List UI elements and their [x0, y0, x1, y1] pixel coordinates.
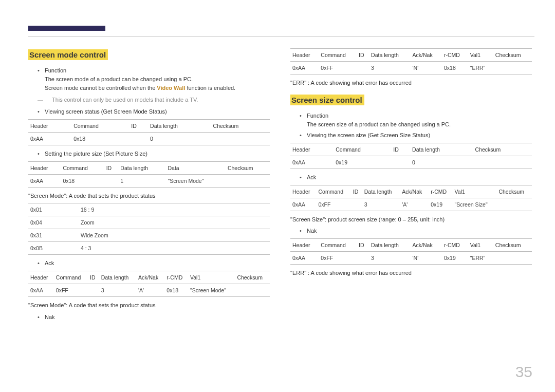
bullet-set-picture-size: Setting the picture size (Set Picture Si… — [38, 150, 270, 158]
document-page: Screen mode control Function The screen … — [0, 0, 555, 392]
caption-screen-mode-codes: "Screen Mode": A code that sets the prod… — [28, 192, 270, 200]
bullet-ack-size: Ack — [300, 173, 532, 182]
bullet-function: Function The screen mode of a product ca… — [38, 66, 270, 92]
caption-screen-mode-codes-2: "Screen Mode": A code that sets the prod… — [28, 301, 270, 310]
label-function: Function — [45, 67, 66, 73]
table-ack-screen-mode: Header Command ID Data length Ack/Nak r-… — [28, 271, 270, 297]
table-nak-screen-mode: Header Command ID Data length Ack/Nak r-… — [290, 48, 532, 74]
label-function-size: Function — [307, 113, 328, 119]
right-column: Header Command ID Data length Ack/Nak r-… — [290, 45, 532, 325]
caption-err-1: "ERR" : A code showing what error has oc… — [290, 79, 532, 87]
table-nak-screen-size: Header Command ID Data length Ack/Nak r-… — [290, 238, 532, 265]
left-column: Screen mode control Function The screen … — [28, 45, 270, 325]
text-function-size-line1: The screen size of a product can be chan… — [307, 121, 451, 127]
table-get-screen-size: Header Command ID Data length Checksum 0… — [290, 143, 532, 169]
caption-err-2: "ERR" : A code showing what error has oc… — [290, 269, 532, 277]
bullet-viewing-status: Viewing screen status (Get Screen Mode S… — [38, 107, 270, 116]
chapter-tab — [28, 26, 105, 31]
table-get-screen-mode: Header Command ID Data length Checksum 0… — [28, 119, 270, 145]
table-set-picture-size: Header Command ID Data length Data Check… — [28, 161, 270, 188]
section-title-screen-mode: Screen mode control — [28, 49, 108, 60]
caption-screen-size: "Screen Size": product screen size (rang… — [290, 215, 532, 224]
bullet-nak-size: Nak — [300, 227, 532, 235]
bullet-ack: Ack — [38, 259, 270, 268]
bullet-function-size: Function The screen size of a product ca… — [300, 111, 532, 129]
text-function-line1: The screen mode of a product can be chan… — [45, 76, 193, 82]
bullet-viewing-size: Viewing the screen size (Get Screen Size… — [300, 131, 532, 140]
table-screen-mode-codes: 0x0116 : 9 0x04Zoom 0x31Wide Zoom 0x0B4 … — [28, 203, 270, 255]
header-rule — [28, 36, 534, 36]
table-ack-screen-size: Header Command ID Data length Ack/Nak r-… — [290, 185, 532, 211]
note-tv-only: This control can only be used on models … — [45, 96, 270, 104]
text-function-line2: Screen mode cannot be controlled when th… — [45, 85, 235, 91]
page-number: 35 — [515, 363, 532, 381]
bullet-nak: Nak — [38, 313, 270, 322]
section-title-screen-size: Screen size control — [290, 95, 364, 105]
accent-video-wall: Video Wall — [157, 85, 185, 91]
